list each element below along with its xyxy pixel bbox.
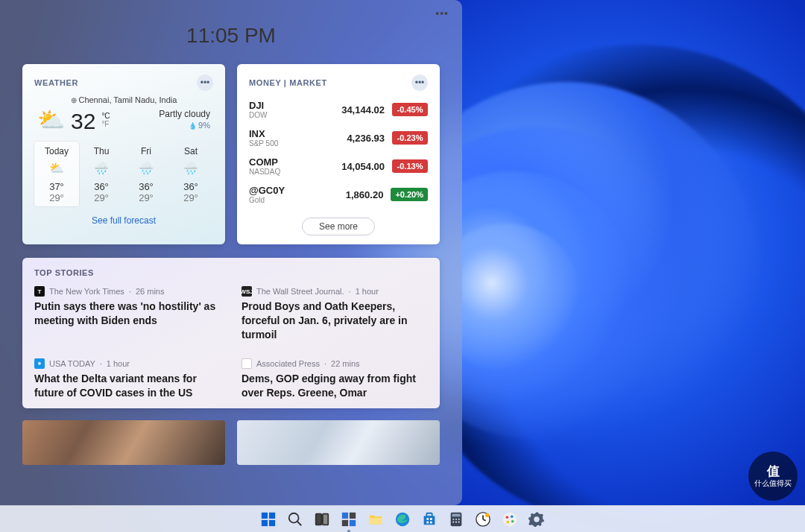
store-icon[interactable]	[420, 510, 438, 528]
start-button[interactable]	[259, 510, 277, 528]
story-thumbnail[interactable]	[22, 420, 225, 465]
forecast-row: Today⛅ 37°29° Thu🌧️ 36°29° Fri🌧️ 36°29° …	[34, 142, 213, 206]
money-menu-button[interactable]: •••	[411, 75, 428, 91]
weather-humidity: 9%	[159, 121, 210, 130]
svg-point-23	[455, 518, 457, 519]
weather-current-icon: ⛅	[37, 109, 65, 131]
weather-menu-button[interactable]: •••	[197, 75, 213, 91]
top-stories-widget[interactable]: TOP STORIES TThe New York Times · 26 min…	[22, 258, 440, 408]
svg-point-24	[458, 518, 460, 519]
svg-rect-7	[323, 513, 328, 525]
svg-point-4	[289, 513, 299, 522]
svg-line-5	[297, 521, 302, 525]
market-row[interactable]: INXS&P 500 4,236.93-0.23%	[249, 124, 428, 152]
svg-rect-10	[342, 519, 348, 525]
panel-menu-button[interactable]: •••	[435, 7, 449, 19]
source-icon: ●	[34, 358, 45, 369]
story-item[interactable]: APAssociated Press · 22 mins Dems, GOP e…	[242, 358, 428, 400]
svg-rect-15	[426, 513, 432, 516]
calculator-icon[interactable]	[447, 510, 465, 528]
weather-condition: Partly cloudy	[159, 109, 210, 119]
svg-rect-8	[342, 512, 348, 518]
source-icon: T	[34, 286, 45, 297]
svg-rect-12	[370, 518, 382, 524]
story-thumbnail[interactable]	[237, 420, 440, 465]
svg-point-27	[458, 521, 460, 522]
svg-point-22	[452, 518, 454, 519]
svg-rect-0	[262, 512, 268, 518]
clock-app-icon[interactable]	[474, 510, 492, 528]
market-row[interactable]: DJIDOW 34,144.02-0.45%	[249, 95, 428, 124]
svg-point-36	[506, 520, 509, 523]
edge-browser-icon[interactable]	[394, 510, 411, 528]
svg-point-33	[506, 516, 509, 519]
story-item[interactable]: ●USA TODAY · 1 hour What the Delta varia…	[34, 358, 221, 400]
forecast-day[interactable]: Fri🌧️ 36°29°	[124, 142, 168, 206]
source-icon: WSJ	[242, 286, 252, 297]
task-view-icon[interactable]	[313, 510, 331, 528]
stories-title: TOP STORIES	[34, 268, 428, 277]
market-row[interactable]: @GC0YGold 1,860.20+0.20%	[249, 180, 428, 209]
source-icon: AP	[242, 358, 252, 369]
svg-rect-19	[430, 521, 432, 523]
money-widget[interactable]: MONEY | MARKET ••• DJIDOW 34,144.02-0.45…	[237, 64, 440, 244]
widgets-panel: ••• 11:05 PM WEATHER ••• Chennai, Tamil …	[0, 0, 462, 505]
story-item[interactable]: WSJThe Wall Street Journal. · 1 hour Pro…	[242, 286, 428, 342]
svg-point-32	[503, 512, 517, 525]
svg-rect-18	[426, 521, 429, 523]
svg-rect-3	[269, 519, 275, 525]
paint-icon[interactable]	[501, 510, 519, 528]
widgets-icon[interactable]	[340, 510, 358, 528]
svg-rect-11	[350, 519, 356, 525]
svg-rect-1	[269, 512, 275, 518]
clock: 11:05 PM	[22, 24, 440, 48]
svg-point-25	[452, 521, 454, 522]
svg-rect-16	[426, 518, 429, 520]
svg-point-34	[511, 515, 514, 518]
watermark: 值 什么值得买	[748, 452, 798, 501]
svg-rect-21	[452, 513, 461, 516]
story-item[interactable]: TThe New York Times · 26 mins Putin says…	[34, 286, 221, 342]
svg-rect-6	[316, 513, 321, 525]
svg-point-31	[485, 513, 490, 517]
svg-point-26	[455, 521, 457, 522]
money-title: MONEY | MARKET	[249, 78, 327, 87]
see-more-button[interactable]: See more	[302, 218, 375, 235]
forecast-day[interactable]: Sat🌧️ 36°29°	[168, 142, 213, 206]
taskbar	[0, 505, 805, 532]
file-explorer-icon[interactable]	[367, 510, 385, 528]
svg-rect-17	[430, 518, 432, 520]
see-full-forecast-link[interactable]: See full forecast	[34, 215, 213, 226]
forecast-day[interactable]: Today⛅ 37°29°	[34, 142, 79, 206]
weather-title: WEATHER	[34, 78, 78, 87]
svg-rect-9	[350, 512, 356, 518]
weather-location: Chennai, Tamil Nadu, India	[34, 95, 213, 104]
weather-widget[interactable]: WEATHER ••• Chennai, Tamil Nadu, India ⛅…	[22, 64, 225, 244]
settings-icon[interactable]	[528, 510, 546, 528]
market-row[interactable]: COMPNASDAQ 14,054.00-0.13%	[249, 152, 428, 180]
weather-current-temp: 32	[71, 109, 95, 134]
unit-toggle[interactable]: °C °F	[101, 109, 110, 128]
search-icon[interactable]	[286, 510, 304, 528]
svg-point-35	[511, 519, 514, 522]
svg-rect-2	[262, 519, 268, 525]
forecast-day[interactable]: Thu🌧️ 36°29°	[79, 142, 124, 206]
